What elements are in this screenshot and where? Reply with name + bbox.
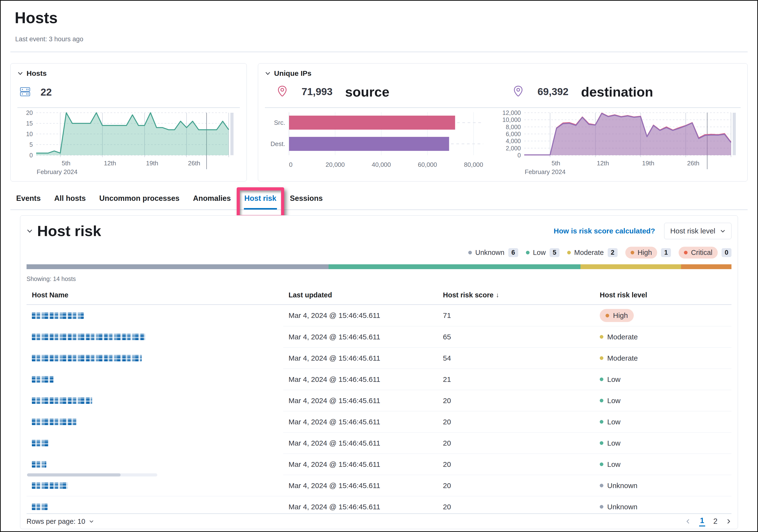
tab-sessions[interactable]: Sessions (290, 194, 323, 209)
host-name-link[interactable] (32, 440, 49, 446)
risk-level-dot-icon (600, 377, 603, 381)
host-name-link[interactable] (32, 418, 77, 425)
svg-text:0: 0 (517, 152, 521, 159)
risk-level-dot-icon (600, 505, 603, 509)
header-divider (10, 52, 748, 52)
host-name-link[interactable] (32, 482, 68, 489)
last-updated-cell: Mar 4, 2024 @ 15:46:45.611 (283, 326, 438, 347)
legend-item[interactable]: High 1 (625, 247, 671, 259)
risk-level-cell: Unknown (595, 475, 732, 496)
card-divider (17, 107, 240, 108)
last-updated-cell: Mar 4, 2024 @ 15:46:45.611 (283, 390, 438, 411)
collapse-chevron-icon[interactable] (26, 228, 33, 234)
legend-label: Critical (691, 249, 712, 257)
svg-text:0: 0 (289, 161, 293, 168)
hosts-tab-bar: EventsAll hostsUncommon processesAnomali… (10, 194, 748, 210)
risk-level-dot-icon (600, 399, 603, 402)
legend-item[interactable]: Unknown 6 (468, 248, 518, 257)
legend-count-badge: 0 (722, 248, 732, 257)
legend-count-badge: 5 (550, 248, 560, 257)
host-name-link[interactable] (32, 376, 53, 383)
pagination: 1 2 (685, 516, 732, 526)
legend-count-badge: 1 (661, 248, 671, 257)
page-2-button[interactable]: 2 (713, 517, 717, 526)
risk-level-label: Low (607, 439, 620, 447)
risk-level-dot-icon (684, 251, 688, 254)
legend-label: High (637, 249, 652, 257)
source-ip-count: 71,993 (301, 86, 332, 97)
risk-level-label: Low (607, 460, 620, 469)
risk-level-dot-icon (600, 420, 603, 424)
collapse-chevron-icon[interactable] (17, 70, 23, 76)
host-name-link[interactable] (32, 312, 84, 319)
tab-all-hosts[interactable]: All hosts (54, 194, 86, 209)
svg-text:5: 5 (29, 141, 33, 148)
host-name-link[interactable] (32, 504, 48, 510)
next-page-arrow-icon[interactable] (726, 518, 732, 524)
source-map-pin-icon (276, 85, 289, 98)
risk-score-cell: 20 (438, 475, 595, 496)
svg-text:19th: 19th (642, 160, 654, 167)
svg-text:20: 20 (26, 110, 33, 116)
legend-label: Low (533, 249, 546, 257)
svg-text:12,000: 12,000 (502, 110, 521, 116)
host-name-cell (26, 326, 283, 347)
risk-level-cell: Low (595, 432, 732, 453)
host-risk-panel: Host risk How is risk score calculated? … (20, 215, 738, 529)
legend-label: Unknown (475, 249, 504, 257)
scrollbar-thumb[interactable] (27, 473, 121, 477)
svg-text:19th: 19th (146, 160, 158, 167)
last-updated-cell: Mar 4, 2024 @ 15:46:45.611 (283, 432, 438, 453)
tab-host-risk[interactable]: Host risk (244, 194, 277, 209)
tab-uncommon-processes[interactable]: Uncommon processes (99, 194, 180, 209)
unique-ips-bar-chart: 020,00040,00060,00080,000Src.Dest. (265, 110, 491, 175)
host-name-link[interactable] (32, 461, 46, 468)
storage-icon (19, 86, 31, 98)
host-risk-level-filter-button[interactable]: Host risk level (664, 223, 732, 239)
host-name-column-scrollbar[interactable] (27, 473, 157, 477)
risk-level-dot-icon (605, 314, 609, 317)
collapse-chevron-icon[interactable] (265, 70, 271, 76)
strip-segment-moderate (580, 264, 681, 269)
legend-item[interactable]: Critical 0 (679, 247, 732, 259)
column-header-host-name[interactable]: Host Name (26, 291, 283, 299)
last-updated-cell: Mar 4, 2024 @ 15:46:45.611 (283, 411, 438, 432)
tab-label: Anomalies (193, 194, 231, 202)
table-row: Mar 4, 2024 @ 15:46:45.611 20 Low (26, 411, 732, 432)
host-name-link[interactable] (32, 334, 145, 340)
risk-score-cell: 20 (438, 432, 595, 453)
unique-ips-panel-title: Unique IPs (274, 69, 311, 78)
unique-ips-panel: Unique IPs 71,993 source (258, 63, 748, 182)
legend-item[interactable]: Low 5 (526, 248, 560, 257)
tab-anomalies[interactable]: Anomalies (192, 194, 231, 209)
risk-level-label: Unknown (607, 503, 637, 511)
page-1-button[interactable]: 1 (699, 516, 705, 526)
column-header-risk-level[interactable]: Host risk level (595, 291, 732, 299)
svg-text:0: 0 (29, 152, 33, 159)
svg-text:12th: 12th (597, 160, 609, 167)
risk-level-label: Low (607, 418, 620, 426)
svg-text:5th: 5th (62, 160, 70, 167)
host-name-cell (26, 347, 283, 369)
tab-events[interactable]: Events (16, 194, 41, 209)
last-updated-cell: Mar 4, 2024 @ 15:46:45.611 (283, 347, 438, 369)
host-name-link[interactable] (32, 397, 92, 404)
table-body: Mar 4, 2024 @ 15:46:45.611 71 High Mar 4… (26, 305, 732, 517)
risk-level-label: Low (607, 397, 620, 405)
host-name-link[interactable] (32, 355, 142, 361)
table-row: Mar 4, 2024 @ 15:46:45.611 21 Low (26, 369, 732, 390)
rows-per-page-button[interactable]: Rows per page: 10 (26, 517, 94, 525)
legend-count-badge: 2 (608, 248, 618, 257)
host-name-cell (26, 390, 283, 411)
legend-item[interactable]: Moderate 2 (567, 248, 618, 257)
table-footer: Rows per page: 10 1 2 (26, 514, 732, 529)
column-header-last-updated[interactable]: Last updated (283, 291, 438, 299)
svg-text:10: 10 (26, 130, 33, 137)
risk-score-help-link[interactable]: How is risk score calculated? (554, 227, 655, 235)
last-updated-cell: Mar 4, 2024 @ 15:46:45.611 (283, 453, 438, 475)
tab-label: Sessions (290, 194, 323, 202)
column-header-risk-score[interactable]: Host risk score ↓ (438, 291, 595, 299)
previous-page-arrow-icon[interactable] (685, 518, 691, 524)
table-row: Mar 4, 2024 @ 15:46:45.611 54 Moderate (26, 347, 732, 369)
risk-score-cell: 20 (438, 453, 595, 475)
